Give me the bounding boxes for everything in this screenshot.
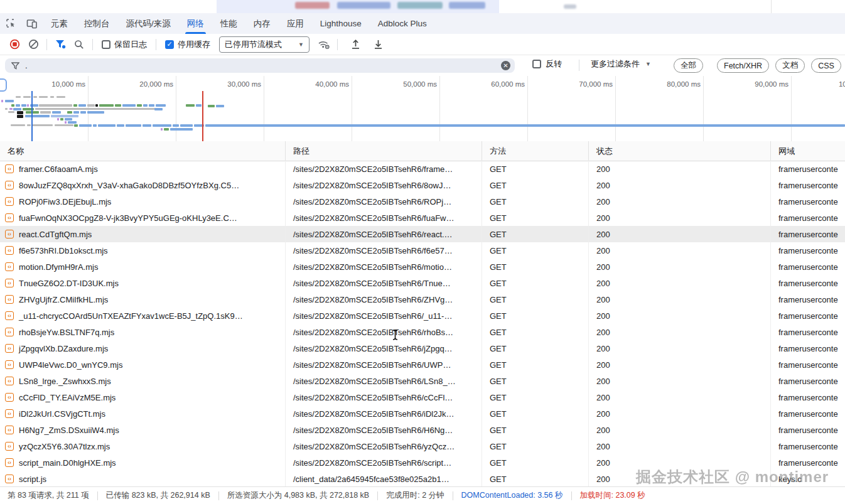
tab-adblock-plus[interactable]: Adblock Plus xyxy=(370,13,435,34)
invert-filter-control[interactable]: 反转 xyxy=(532,58,562,70)
request-status-cell[interactable]: 200 xyxy=(589,373,771,389)
request-path-cell[interactable]: /sites/2D2X8Z0mSCE2o5IBTsehR6/Tnue… xyxy=(286,275,482,291)
request-status-cell[interactable]: 200 xyxy=(589,161,771,177)
request-name-cell[interactable]: ‹›TnueGZ6O2.DT-ID3UK.mjs xyxy=(0,275,286,291)
tab-application[interactable]: 应用 xyxy=(279,13,312,34)
request-path-cell[interactable]: /sites/2D2X8Z0mSCE2o5IBTsehR6/8owJ… xyxy=(286,177,482,193)
request-status-cell[interactable]: 200 xyxy=(589,389,771,405)
request-method-cell[interactable]: GET xyxy=(482,422,589,438)
table-row[interactable]: ‹›script.js/client_data/2a645945fcae53f8… xyxy=(0,471,845,486)
request-domain-cell[interactable]: frameruserconte xyxy=(771,193,845,210)
request-path-cell[interactable]: /sites/2D2X8Z0mSCE2o5IBTsehR6/fuaFw… xyxy=(286,210,482,226)
tab-performance[interactable]: 性能 xyxy=(212,13,245,34)
request-path-cell[interactable]: /sites/2D2X8Z0mSCE2o5IBTsehR6/iDl2Jk… xyxy=(286,405,482,422)
request-status-cell[interactable]: 200 xyxy=(589,177,771,193)
request-domain-cell[interactable]: frameruserconte xyxy=(771,177,845,193)
request-domain-cell[interactable]: frameruserconte xyxy=(771,454,845,471)
network-overview-timeline[interactable]: 10,000 ms20,000 ms30,000 ms40,000 ms50,0… xyxy=(0,76,845,142)
preserve-log-checkbox[interactable] xyxy=(102,40,110,49)
request-status-cell[interactable]: 200 xyxy=(589,275,771,291)
request-domain-cell[interactable]: frameruserconte xyxy=(771,405,845,422)
request-status-cell[interactable]: 200 xyxy=(589,226,771,242)
request-method-cell[interactable]: GET xyxy=(482,454,589,471)
table-row[interactable]: ‹›8owJuzFZQ8qxXrxh_V3aV-xhaGakoD8DBzf5OY… xyxy=(0,177,845,193)
request-name-cell[interactable]: ‹›script.js xyxy=(0,471,286,486)
import-har-icon[interactable] xyxy=(347,36,365,53)
request-status-cell[interactable]: 200 xyxy=(589,210,771,226)
request-path-cell[interactable]: /sites/2D2X8Z0mSCE2o5IBTsehR6/_u11-… xyxy=(286,308,482,324)
request-name-cell[interactable]: ‹›H6Ng7_ZmS.DSxuiiW4.mjs xyxy=(0,422,286,438)
request-domain-cell[interactable]: frameruserconte xyxy=(771,291,845,308)
invert-checkbox[interactable] xyxy=(532,60,541,68)
table-row[interactable]: ‹›f6e573hRI.Db1oksct.mjs/sites/2D2X8Z0mS… xyxy=(0,242,845,259)
request-path-cell[interactable]: /client_data/2a645945fcae53f8e025a2b1… xyxy=(286,471,482,486)
request-method-cell[interactable]: GET xyxy=(482,161,589,177)
request-status-cell[interactable]: 200 xyxy=(589,422,771,438)
filter-toggle-icon[interactable] xyxy=(51,36,70,53)
request-method-cell[interactable]: GET xyxy=(482,389,589,405)
request-path-cell[interactable]: /sites/2D2X8Z0mSCE2o5IBTsehR6/H6Ng… xyxy=(286,422,482,438)
preserve-log-control[interactable]: 保留日志 xyxy=(102,39,147,50)
request-path-cell[interactable]: /sites/2D2X8Z0mSCE2o5IBTsehR6/script… xyxy=(286,454,482,471)
table-row[interactable]: ‹›fuaFwnOqNX3OCpgZ8-V-jk3BvyYPY5uGEg-oKH… xyxy=(0,210,845,226)
request-path-cell[interactable]: /sites/2D2X8Z0mSCE2o5IBTsehR6/UWP… xyxy=(286,357,482,373)
request-domain-cell[interactable]: frameruserconte xyxy=(771,275,845,291)
request-domain-cell[interactable]: frameruserconte xyxy=(771,373,845,389)
throttling-select[interactable]: 已停用节流模式 ▼ xyxy=(219,36,309,53)
table-row[interactable]: ‹›react.CdTgftQm.mjs/sites/2D2X8Z0mSCE2o… xyxy=(0,226,845,242)
request-domain-cell[interactable]: keys.c xyxy=(771,471,845,486)
request-status-cell[interactable]: 200 xyxy=(589,291,771,308)
request-domain-cell[interactable]: frameruserconte xyxy=(771,242,845,259)
table-row[interactable]: ‹›rhoBsjeYw.BSLTNF7q.mjs/sites/2D2X8Z0mS… xyxy=(0,324,845,340)
request-path-cell[interactable]: /sites/2D2X8Z0mSCE2o5IBTsehR6/cCcFl… xyxy=(286,389,482,405)
request-method-cell[interactable]: GET xyxy=(482,226,589,242)
table-row[interactable]: ‹›jZpgqvlXb.DZaxdure.mjs/sites/2D2X8Z0mS… xyxy=(0,340,845,357)
request-domain-cell[interactable]: frameruserconte xyxy=(771,357,845,373)
request-name-cell[interactable]: ‹›f6e573hRI.Db1oksct.mjs xyxy=(0,242,286,259)
more-filters-button[interactable]: 更多过滤条件 ▼ xyxy=(591,58,651,70)
table-row[interactable]: ‹›iDl2JkUrI.CSVjgCTt.mjs/sites/2D2X8Z0mS… xyxy=(0,405,845,422)
request-name-cell[interactable]: ‹›iDl2JkUrI.CSVjgCTt.mjs xyxy=(0,405,286,422)
network-conditions-icon[interactable] xyxy=(315,36,333,53)
request-name-cell[interactable]: ‹›rhoBsjeYw.BSLTNF7q.mjs xyxy=(0,324,286,340)
request-name-cell[interactable]: ‹›LSn8_lrge._ZswhxxS.mjs xyxy=(0,373,286,389)
request-name-cell[interactable]: ‹›8owJuzFZQ8qxXrxh_V3aV-xhaGakoD8DBzf5OY… xyxy=(0,177,286,193)
table-row[interactable]: ‹›TnueGZ6O2.DT-ID3UK.mjs/sites/2D2X8Z0mS… xyxy=(0,275,845,291)
request-name-cell[interactable]: ‹›motion.DfymH9rA.mjs xyxy=(0,259,286,275)
tab-sources[interactable]: 源代码/来源 xyxy=(118,13,179,34)
request-domain-cell[interactable]: frameruserconte xyxy=(771,340,845,357)
search-icon[interactable] xyxy=(70,36,89,53)
request-method-cell[interactable]: GET xyxy=(482,324,589,340)
request-method-cell[interactable]: GET xyxy=(482,471,589,486)
table-row[interactable]: ‹›LSn8_lrge._ZswhxxS.mjs/sites/2D2X8Z0mS… xyxy=(0,373,845,389)
request-path-cell[interactable]: /sites/2D2X8Z0mSCE2o5IBTsehR6/yzQcz… xyxy=(286,438,482,454)
request-status-cell[interactable]: 200 xyxy=(589,471,771,486)
request-status-cell[interactable]: 200 xyxy=(589,340,771,357)
request-name-cell[interactable]: ‹›yzQczX5Y6.30A7tlzx.mjs xyxy=(0,438,286,454)
column-header-path[interactable]: 路径 xyxy=(286,141,482,161)
request-method-cell[interactable]: GET xyxy=(482,373,589,389)
filter-pill-all[interactable]: 全部 xyxy=(674,58,703,73)
request-name-cell[interactable]: ‹›script_main.D0hlgHXE.mjs xyxy=(0,454,286,471)
request-name-cell[interactable]: ‹›framer.C6faoamA.mjs xyxy=(0,161,286,177)
column-header-name[interactable]: 名称 xyxy=(0,141,286,161)
filter-pill-fetch-xhr[interactable]: Fetch/XHR xyxy=(717,58,769,73)
request-method-cell[interactable]: GET xyxy=(482,259,589,275)
clear-network-log-button[interactable] xyxy=(24,36,43,53)
request-method-cell[interactable]: GET xyxy=(482,438,589,454)
request-method-cell[interactable]: GET xyxy=(482,275,589,291)
request-status-cell[interactable]: 200 xyxy=(589,454,771,471)
table-row[interactable]: ‹›script_main.D0hlgHXE.mjs/sites/2D2X8Z0… xyxy=(0,454,845,471)
request-domain-cell[interactable]: frameruserconte xyxy=(771,210,845,226)
request-path-cell[interactable]: /sites/2D2X8Z0mSCE2o5IBTsehR6/LSn8_… xyxy=(286,373,482,389)
request-domain-cell[interactable]: frameruserconte xyxy=(771,438,845,454)
request-path-cell[interactable]: /sites/2D2X8Z0mSCE2o5IBTsehR6/motio… xyxy=(286,259,482,275)
request-status-cell[interactable]: 200 xyxy=(589,405,771,422)
inspect-element-icon[interactable] xyxy=(0,13,21,34)
request-status-cell[interactable]: 200 xyxy=(589,308,771,324)
request-name-cell[interactable]: ‹›ROPj0Fiw3.DEjEbujL.mjs xyxy=(0,193,286,210)
request-domain-cell[interactable]: frameruserconte xyxy=(771,161,845,177)
table-row[interactable]: ‹›yzQczX5Y6.30A7tlzx.mjs/sites/2D2X8Z0mS… xyxy=(0,438,845,454)
column-header-method[interactable]: 方法 xyxy=(482,141,589,161)
request-domain-cell[interactable]: frameruserconte xyxy=(771,226,845,242)
